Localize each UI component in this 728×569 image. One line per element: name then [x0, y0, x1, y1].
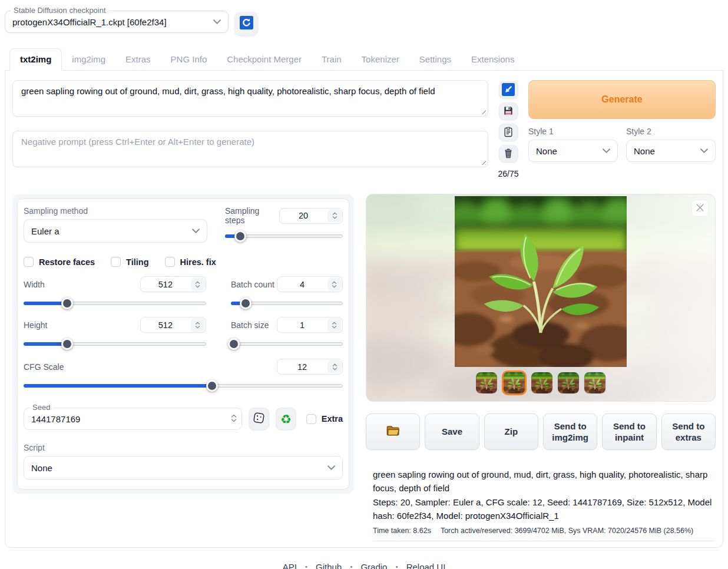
save-style-button[interactable]: [499, 102, 518, 120]
batch-size-slider[interactable]: [231, 338, 343, 349]
zip-button[interactable]: Zip: [484, 413, 538, 450]
checkbox-icon[interactable]: [24, 257, 34, 267]
batch-size-input[interactable]: 1: [277, 317, 343, 333]
spinner-icon[interactable]: [191, 277, 205, 291]
generate-button[interactable]: Generate: [528, 80, 716, 119]
save-button[interactable]: Save: [425, 413, 479, 450]
restore-faces-label: Restore faces: [39, 257, 95, 267]
spinner-icon[interactable]: [327, 360, 342, 373]
thumbnail-2-selected[interactable]: [502, 370, 527, 395]
sampling-method-field: Sampling method Euler a: [24, 206, 207, 243]
spinner-icon[interactable]: [327, 277, 342, 291]
sd-webui-app: Stable Diffusion checkpoint protogenX34O…: [0, 0, 728, 569]
extra-seed-checkbox[interactable]: Extra: [306, 414, 343, 424]
sampling-method-dropdown[interactable]: Euler a: [24, 219, 207, 243]
width-value: 512: [141, 277, 190, 292]
apply-style-button[interactable]: [499, 124, 518, 141]
seed-input[interactable]: Seed 1441787169: [24, 408, 242, 430]
checkbox-icon[interactable]: [111, 257, 121, 267]
prompt-textarea[interactable]: green sapling rowing out of ground, mud,…: [12, 80, 488, 117]
width-slider[interactable]: [24, 297, 206, 309]
dice-icon: [252, 411, 266, 426]
thumbnail-4[interactable]: [557, 372, 580, 394]
sampling-steps-slider[interactable]: [225, 230, 343, 242]
batch-count-label: Batch count: [231, 280, 274, 289]
spinner-icon[interactable]: [191, 318, 205, 332]
sampling-steps-field: Sampling steps 20: [225, 206, 343, 243]
height-slider[interactable]: [24, 338, 206, 349]
reload-ui-link[interactable]: Reload UI: [406, 562, 446, 569]
checkbox-icon[interactable]: [306, 414, 316, 424]
output-actions: Save Zip Send to img2img Send to inpaint…: [366, 413, 716, 450]
tab-img2img[interactable]: img2img: [62, 48, 115, 70]
slider-handle[interactable]: [61, 338, 73, 350]
seed-label: Seed: [29, 403, 53, 412]
send-to-extras-button[interactable]: Send to extras: [661, 413, 716, 450]
slider-handle[interactable]: [206, 380, 218, 392]
restore-faces-checkbox[interactable]: Restore faces: [24, 257, 95, 267]
trash-icon: [502, 147, 514, 161]
tab-extensions[interactable]: Extensions: [461, 48, 524, 70]
tab-extras[interactable]: Extras: [115, 48, 161, 70]
thumbnail-1[interactable]: [475, 372, 498, 394]
slider-handle[interactable]: [61, 297, 73, 309]
prompt-column: green sapling rowing out of ground, mud,…: [12, 80, 488, 178]
slider-fill: [24, 384, 212, 388]
tab-checkpoint-merger[interactable]: Checkpoint Merger: [217, 48, 312, 70]
send-to-inpaint-button[interactable]: Send to inpaint: [602, 413, 656, 450]
height-label: Height: [24, 320, 47, 330]
prompt-section: green sapling rowing out of ground, mud,…: [12, 80, 716, 178]
cfg-scale-input[interactable]: 12: [277, 359, 343, 375]
batch-count-slider[interactable]: [231, 297, 343, 309]
checkbox-icon[interactable]: [165, 257, 175, 267]
api-link[interactable]: API: [283, 562, 297, 569]
script-dropdown[interactable]: None: [24, 456, 343, 479]
slider-handle[interactable]: [228, 338, 240, 350]
reuse-seed-button[interactable]: ♻: [276, 408, 296, 430]
read-parameters-button[interactable]: [499, 81, 518, 99]
spinner-icon[interactable]: [327, 209, 342, 223]
batch-count-input[interactable]: 4: [277, 276, 343, 292]
thumbnail-5[interactable]: [584, 372, 606, 394]
height-input[interactable]: 512: [140, 317, 206, 333]
styles-row: Style 1 None Style 2 None: [528, 127, 716, 162]
spinner-icon[interactable]: [231, 413, 237, 425]
tab-train[interactable]: Train: [312, 48, 352, 70]
refresh-checkpoint-button[interactable]: [234, 12, 258, 35]
spinner-icon[interactable]: [327, 318, 342, 332]
random-seed-button[interactable]: [249, 408, 269, 430]
send-to-img2img-button[interactable]: Send to img2img: [543, 413, 597, 450]
width-input[interactable]: 512: [140, 276, 206, 292]
slider-handle[interactable]: [234, 230, 246, 242]
cfg-scale-value: 12: [277, 359, 327, 374]
tab-tokenizer[interactable]: Tokenizer: [352, 48, 409, 70]
info-performance: Time taken: 8.62s Torch active/reserved:…: [373, 527, 714, 541]
sampling-steps-input[interactable]: 20: [279, 208, 343, 224]
tab-png-info[interactable]: PNG Info: [161, 48, 217, 70]
checkpoint-dropdown[interactable]: Stable Diffusion checkpoint protogenX34O…: [5, 11, 229, 33]
script-label: Script: [24, 443, 343, 452]
batch-count-field: Batch count 4: [231, 276, 343, 309]
gradio-link[interactable]: Gradio: [360, 562, 387, 569]
tab-txt2img[interactable]: txt2img: [9, 48, 62, 71]
style1-dropdown[interactable]: None: [528, 140, 618, 162]
floppy-disk-icon: [502, 105, 514, 118]
slider-handle[interactable]: [240, 297, 252, 309]
tiling-checkbox[interactable]: Tiling: [111, 257, 148, 267]
options-row: Restore faces Tiling Hires. fix: [24, 257, 343, 267]
thumbnail-3[interactable]: [531, 372, 553, 394]
hires-fix-checkbox[interactable]: Hires. fix: [165, 257, 216, 267]
github-link[interactable]: Github: [316, 562, 342, 569]
tab-settings[interactable]: Settings: [409, 48, 461, 70]
generated-image[interactable]: [455, 196, 627, 367]
result-gallery: [366, 194, 716, 402]
time-taken: Time taken: 8.62s: [373, 527, 431, 535]
cfg-scale-slider[interactable]: [24, 380, 343, 391]
negative-prompt-textarea[interactable]: Negative prompt (press Ctrl+Enter or Alt…: [12, 131, 488, 167]
main-tabbar: txt2img img2img Extras PNG Info Checkpoi…: [5, 48, 723, 71]
clear-prompt-button[interactable]: [499, 145, 518, 163]
close-gallery-button[interactable]: [691, 200, 709, 217]
style2-dropdown[interactable]: None: [626, 140, 716, 162]
open-folder-button[interactable]: [366, 413, 420, 450]
chevron-down-icon: [213, 19, 221, 25]
